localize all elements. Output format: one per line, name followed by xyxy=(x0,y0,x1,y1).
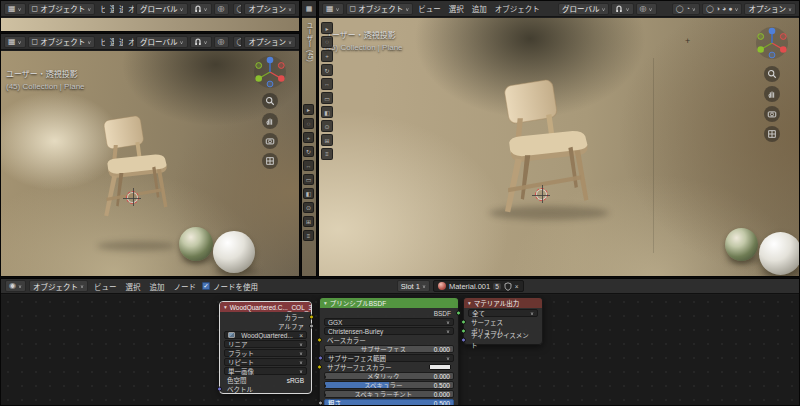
material-id-field[interactable]: Material.001 5 × xyxy=(433,280,524,292)
input-socket[interactable] xyxy=(324,374,326,379)
tool-button[interactable]: ≡ xyxy=(303,230,314,241)
projection-dropdown[interactable]: フラット ∨ xyxy=(224,349,307,357)
surface-input-socket[interactable] xyxy=(461,320,466,325)
alpha-output-socket[interactable] xyxy=(309,324,314,329)
base-color-input-socket[interactable] xyxy=(317,338,322,343)
collapse-icon[interactable]: ▾ xyxy=(324,300,327,306)
mode-dropdown[interactable]: ◻ オブジェクト ∨ xyxy=(28,36,96,48)
subsurface-slider[interactable]: サブサーフェス 0.000 xyxy=(324,345,454,353)
shading-wireframe-icon[interactable]: ◯ xyxy=(237,38,243,46)
tool-button[interactable]: ≡ xyxy=(321,148,333,160)
tool-button[interactable]: ⊙ xyxy=(303,202,314,213)
textured-sphere-object[interactable] xyxy=(179,227,213,261)
material-slot-dropdown[interactable]: Slot 1 ∨ xyxy=(397,280,430,292)
image-texture-node[interactable]: ▾ WoodQuartered.C..._COL_3K... カラー アルファ … xyxy=(219,301,312,394)
ortho-grid-icon[interactable] xyxy=(262,153,278,169)
shading-mode-buttons[interactable]: ◯ ◑ ◕ ● xyxy=(233,3,243,15)
tool-button[interactable]: + xyxy=(303,132,314,143)
vector-input-socket[interactable] xyxy=(217,387,222,392)
shading-wireframe-icon[interactable]: ◯ xyxy=(237,5,243,13)
unlink-material-icon[interactable]: × xyxy=(515,283,519,290)
viewport-canvas[interactable]: ユーザー・透視投影 (45) Collection | Plane ▸ ◌ + … xyxy=(319,18,799,276)
subsurface-method-dropdown[interactable]: Christensen-Burley ∨ xyxy=(324,327,454,335)
menu-view[interactable]: ビュー xyxy=(415,3,444,14)
menu-view[interactable]: ビュー xyxy=(97,3,105,14)
ortho-grid-icon[interactable] xyxy=(764,126,780,142)
mode-dropdown[interactable]: ◻ オブジェクト ∨ xyxy=(28,3,96,15)
editor-type-button[interactable]: ▦ ∨ xyxy=(4,36,26,48)
image-datablock-field[interactable]: WoodQuartered... × xyxy=(224,331,307,339)
subsurface-color-swatch[interactable] xyxy=(429,364,451,370)
pan-hand-icon[interactable] xyxy=(764,86,780,102)
output-target-dropdown[interactable]: 全て ∨ xyxy=(468,309,538,317)
material-users-count[interactable]: 5 xyxy=(493,283,501,290)
displacement-input-socket[interactable] xyxy=(461,338,466,343)
proportional-editing-toggle[interactable]: ◎ xyxy=(214,3,229,15)
white-sphere-object[interactable] xyxy=(213,231,255,273)
use-nodes-checkbox[interactable]: ✓ xyxy=(202,282,210,290)
options-dropdown[interactable]: オプション ∨ xyxy=(744,3,796,15)
zoom-icon[interactable] xyxy=(262,93,278,109)
menu-add[interactable]: 追加 xyxy=(147,281,168,292)
menu-add[interactable]: 追加 xyxy=(116,36,123,47)
menu-select[interactable]: 選択 xyxy=(107,3,114,14)
input-socket[interactable] xyxy=(318,401,323,406)
snap-toggle[interactable]: ∨ xyxy=(190,3,212,15)
tool-button[interactable]: ▸ xyxy=(303,104,314,115)
white-sphere-object[interactable] xyxy=(759,232,799,275)
node-header[interactable]: ▾ プリンシプルBSDF xyxy=(320,298,458,308)
transform-orientation-dropdown[interactable]: グローバル ∨ xyxy=(136,3,187,15)
interpolation-dropdown[interactable]: リニア ∨ xyxy=(224,340,307,348)
input-socket[interactable] xyxy=(318,356,323,361)
shading-solid-icon[interactable]: ◑ xyxy=(716,5,720,12)
extension-dropdown[interactable]: リピート ∨ xyxy=(224,358,307,366)
menu-add[interactable]: 追加 xyxy=(469,3,490,14)
lamp-object-marker[interactable]: + xyxy=(685,36,690,46)
viewport-canvas[interactable] xyxy=(1,18,299,31)
camera-view-icon[interactable] xyxy=(764,106,780,122)
input-socket[interactable] xyxy=(324,347,326,352)
menu-view[interactable]: ビュー xyxy=(97,36,105,47)
menu-view[interactable]: ビュー xyxy=(91,281,120,292)
menu-object[interactable]: オブジェクト xyxy=(125,3,134,14)
menu-object[interactable]: オブジェクト xyxy=(125,36,134,47)
collapsed-viewport-strip[interactable]: ▦ ユーザー (45) ▸ ◌ + ↻ ↔ ▭ ◧ ⊙ ⊞ ≡ xyxy=(301,0,317,277)
proportional-editing-toggle[interactable]: ◎ xyxy=(214,36,229,48)
source-dropdown[interactable]: 単一画像 ∨ xyxy=(224,367,307,375)
tool-button[interactable]: ↔ xyxy=(303,160,314,171)
tool-button[interactable]: ◧ xyxy=(321,106,333,118)
editor-type-button[interactable]: ▦ ∨ xyxy=(322,3,344,15)
color-output-socket[interactable] xyxy=(309,315,314,320)
tool-button[interactable]: ◌ xyxy=(303,118,314,129)
transform-orientation-dropdown[interactable]: グローバル ∨ xyxy=(558,3,609,15)
show-gizmo-icon[interactable]: ◯ xyxy=(676,5,684,13)
mode-dropdown[interactable]: ◻ オブジェクト ∨ xyxy=(346,3,414,15)
camera-view-icon[interactable] xyxy=(262,133,278,149)
tool-button[interactable]: ↻ xyxy=(321,64,333,76)
roughness-slider[interactable]: 粗さ 0.500 xyxy=(324,399,454,405)
navigation-gizmo[interactable] xyxy=(253,55,287,93)
principled-bsdf-node[interactable]: ▾ プリンシプルBSDF BSDF GGX ∨ Christensen-Burl… xyxy=(319,297,459,405)
menu-select[interactable]: 選択 xyxy=(123,281,144,292)
tool-button[interactable]: ↔ xyxy=(321,78,333,90)
material-output-node[interactable]: ▾ マテリアル出力 全て ∨ サーフェス ボリューム ディスプレイスメ xyxy=(463,297,543,345)
tool-button[interactable]: ⊞ xyxy=(321,134,333,146)
subsurface-radius-field[interactable]: サブサーフェス範囲 ∨ xyxy=(324,354,454,362)
shading-material-icon[interactable]: ◕ xyxy=(722,5,726,12)
tool-button[interactable]: ▸ xyxy=(321,22,333,34)
shading-wireframe-icon[interactable]: ◯ xyxy=(706,5,714,13)
strip-viewport-body[interactable]: ユーザー (45) ▸ ◌ + ↻ ↔ ▭ ◧ ⊙ ⊞ ≡ xyxy=(302,18,316,276)
textured-sphere-object[interactable] xyxy=(725,228,758,261)
proportional-editing-toggle[interactable]: ◎ ∨ xyxy=(636,3,657,15)
node-header[interactable]: ▾ WoodQuartered.C..._COL_3K... xyxy=(220,302,311,312)
options-dropdown[interactable]: オプション ∨ xyxy=(244,36,296,48)
editor-type-button[interactable]: ◉ ∨ xyxy=(5,280,26,292)
transform-orientation-dropdown[interactable]: グローバル ∨ xyxy=(136,36,187,48)
subsurface-color-row[interactable]: サブサーフェスカラー xyxy=(324,363,454,371)
collapse-icon[interactable]: ▾ xyxy=(224,304,227,310)
distribution-dropdown[interactable]: GGX ∨ xyxy=(324,318,454,326)
metallic-slider[interactable]: メタリック 0.000 xyxy=(324,372,454,380)
menu-select[interactable]: 選択 xyxy=(107,36,114,47)
tool-button[interactable]: ▭ xyxy=(321,92,333,104)
editor-type-button[interactable]: ▦ ∨ xyxy=(4,3,26,15)
